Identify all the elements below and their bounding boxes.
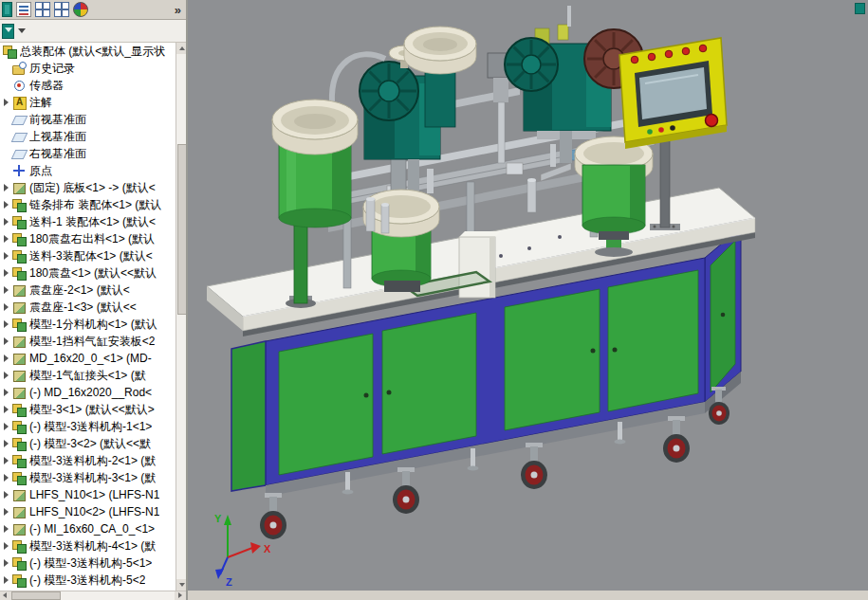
expand-arrow-icon[interactable] — [2, 77, 11, 94]
tree-item-26[interactable]: LHFS_N10<1> (LHFS-N1 — [0, 486, 175, 503]
model-view[interactable]: Y X Z — [188, 0, 868, 591]
tree-item-2[interactable]: 传感器 — [0, 77, 175, 94]
tree-item-14[interactable]: 震盘座-2<1> (默认< — [0, 282, 175, 299]
expand-arrow-icon[interactable] — [2, 503, 11, 520]
tree-item-30[interactable]: (-) 模型-3送料机构-5<1> — [0, 555, 175, 572]
tree-item-5[interactable]: 上视基准面 — [0, 128, 175, 145]
tree-item-4[interactable]: 前视基准面 — [0, 111, 175, 128]
tree-horizontal-scrollbar[interactable] — [0, 591, 187, 600]
design-binder-icon[interactable] — [16, 2, 31, 17]
tree-item-21[interactable]: 模型-3<1> (默认<<默认> — [0, 401, 175, 418]
tree-item-12[interactable]: 送料-3装配体<1> (默认< — [0, 247, 175, 264]
expand-arrow-icon[interactable] — [2, 213, 11, 230]
expand-arrow-icon[interactable] — [2, 469, 11, 486]
expand-arrow-icon[interactable] — [2, 418, 11, 435]
tree-item-22[interactable]: (-) 模型-3送料机构-1<1> — [0, 418, 175, 435]
scroll-right-arrow-icon[interactable] — [175, 591, 186, 600]
tree-item-0[interactable]: 总装配体 (默认<默认_显示状 — [0, 43, 175, 60]
expand-arrow-icon[interactable] — [2, 367, 11, 384]
item-type-icon — [11, 317, 27, 332]
cabinet-door[interactable] — [279, 334, 373, 475]
item-type-icon — [11, 163, 27, 178]
expand-arrow-icon[interactable] — [2, 555, 11, 572]
tree-item-7[interactable]: 原点 — [0, 162, 175, 179]
item-type-icon — [11, 487, 27, 502]
tree-item-3[interactable]: 注解 — [0, 94, 175, 111]
expand-arrow-icon[interactable] — [2, 316, 11, 333]
expand-arrow-icon[interactable] — [2, 60, 11, 77]
expand-arrow-icon[interactable] — [2, 435, 11, 452]
graphics-area[interactable]: Y X Z — [188, 0, 868, 591]
tree-item-23[interactable]: (-) 模型-3<2> (默认<<默 — [0, 435, 175, 452]
expand-arrow-icon[interactable] — [2, 196, 11, 213]
tree-item-29[interactable]: 模型-3送料机构-4<1> (默 — [0, 537, 175, 555]
expand-arrow-icon[interactable] — [2, 384, 11, 401]
item-label: 震盘座-1<3> (默认<< — [29, 300, 137, 316]
expand-arrow-icon[interactable] — [2, 162, 11, 179]
cabinet-door[interactable] — [382, 313, 476, 454]
expand-arrow-icon[interactable] — [2, 333, 11, 350]
expand-arrow-icon[interactable] — [2, 572, 11, 589]
expand-arrow-icon[interactable] — [2, 401, 11, 418]
expand-arrow-icon[interactable] — [2, 486, 11, 503]
tree-item-27[interactable]: LHFS_N10<2> (LHFS-N1 — [0, 503, 175, 520]
toolbar-overflow-button[interactable]: » — [171, 3, 185, 17]
item-type-icon — [11, 470, 27, 485]
panel-handle-icon[interactable] — [2, 2, 12, 17]
white-box[interactable] — [459, 231, 501, 298]
expand-arrow-icon[interactable] — [2, 350, 11, 367]
cabinet-door[interactable] — [505, 289, 600, 430]
expand-arrow-icon[interactable] — [2, 282, 11, 299]
tree-item-18[interactable]: MD_16x20_0_<1> (MD- — [0, 350, 175, 367]
item-label: 模型-3<1> (默认<<默认> — [29, 402, 155, 418]
tree-item-9[interactable]: 链条排布 装配体<1> (默认 — [0, 196, 175, 213]
task-pane-toggle-icon[interactable] — [855, 3, 865, 14]
expand-arrow-icon[interactable] — [2, 264, 11, 282]
tree-item-28[interactable]: (-) MI_16x60_CA_0_<1> — [0, 520, 175, 537]
filter-dropdown-caret-icon[interactable] — [18, 28, 26, 33]
expand-arrow-icon[interactable] — [2, 179, 11, 196]
expand-arrow-icon[interactable] — [2, 247, 11, 264]
item-type-icon — [2, 44, 17, 59]
item-type-icon — [11, 197, 27, 212]
item-label: 180震盘<1> (默认<<默认 — [29, 265, 157, 282]
window-layout-icon-2[interactable] — [54, 2, 69, 17]
item-label: (-) 模型-3送料机构-5<1> — [29, 555, 152, 572]
window-layout-icon[interactable] — [35, 2, 50, 17]
tree-item-19[interactable]: 模型-1气缸接头<1> (默 — [0, 367, 175, 384]
scroll-left-arrow-icon[interactable] — [0, 591, 11, 600]
tree-item-13[interactable]: 180震盘<1> (默认<<默认 — [0, 264, 175, 282]
tree-item-11[interactable]: 180震盘右出料<1> (默认 — [0, 230, 175, 247]
tree-item-25[interactable]: 模型-3送料机构-3<1> (默 — [0, 469, 175, 486]
item-label: 震盘座-2<1> (默认< — [29, 282, 130, 299]
expand-arrow-icon[interactable] — [2, 145, 11, 162]
tree-item-1[interactable]: 历史记录 — [0, 60, 175, 77]
appearance-sphere-icon[interactable] — [73, 2, 88, 17]
tree-item-15[interactable]: 震盘座-1<3> (默认<< — [0, 299, 175, 316]
expand-arrow-icon[interactable] — [2, 128, 11, 145]
tree-item-17[interactable]: 模型-1挡料气缸安装板<2 — [0, 333, 175, 350]
tree-hscrollbar-thumb[interactable] — [11, 591, 61, 600]
expand-arrow-icon[interactable] — [2, 452, 11, 469]
tree-filter-icon[interactable] — [2, 24, 14, 39]
tree-item-31[interactable]: (-) 模型-3送料机构-5<2 — [0, 572, 175, 589]
expand-arrow-icon[interactable] — [2, 230, 11, 247]
cabinet-door[interactable] — [608, 270, 698, 411]
expand-arrow-icon[interactable] — [2, 299, 11, 316]
expand-arrow-icon[interactable] — [2, 111, 11, 128]
expand-arrow-icon[interactable] — [2, 537, 11, 555]
item-label: 模型-1分料机构<1> (默认 — [29, 317, 157, 333]
item-label: 链条排布 装配体<1> (默认 — [29, 197, 161, 213]
tree-item-10[interactable]: 送料-1 装配体<1> (默认< — [0, 213, 175, 230]
tree-item-24[interactable]: 模型-3送料机构-2<1> (默 — [0, 452, 175, 469]
tree-item-6[interactable]: 右视基准面 — [0, 145, 175, 162]
tree-item-16[interactable]: 模型-1分料机构<1> (默认 — [0, 316, 175, 333]
tree-item-20[interactable]: (-) MD_16x2020__Rod< — [0, 384, 175, 401]
item-type-icon — [11, 112, 27, 127]
item-type-icon — [11, 521, 27, 536]
expand-arrow-icon[interactable] — [2, 520, 11, 537]
item-label: 送料-1 装配体<1> (默认< — [29, 214, 156, 230]
tree-item-8[interactable]: (固定) 底板<1> -> (默认< — [0, 179, 175, 196]
item-type-icon — [11, 402, 27, 417]
expand-arrow-icon[interactable] — [2, 94, 11, 111]
